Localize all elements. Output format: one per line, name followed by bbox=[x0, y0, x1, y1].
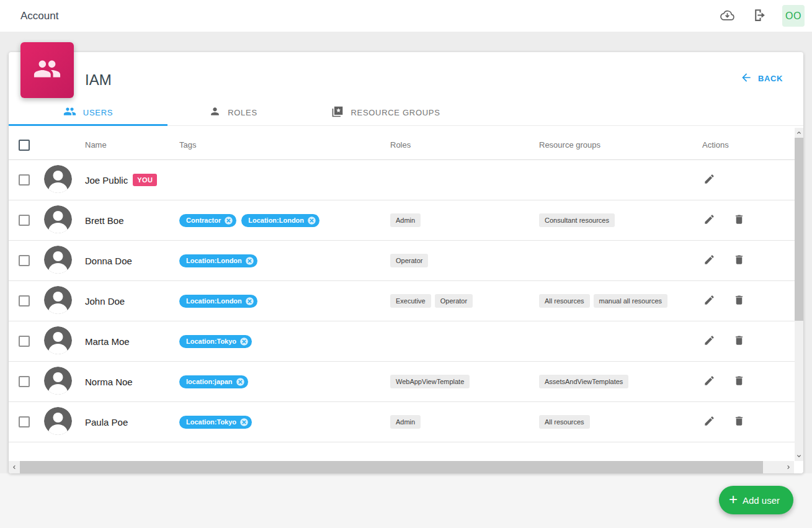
tag-chip: location:japan bbox=[179, 375, 248, 388]
user-avatar bbox=[44, 246, 72, 276]
edit-user-button[interactable] bbox=[702, 173, 716, 187]
role-chip: Admin bbox=[390, 415, 421, 429]
role-chip: Admin bbox=[390, 213, 421, 227]
tab-users[interactable]: USERS bbox=[9, 99, 167, 125]
user-avatar bbox=[44, 326, 72, 357]
trash-icon bbox=[733, 254, 745, 267]
resource-group-chip: All resources bbox=[539, 294, 590, 308]
tag-label: Location:London bbox=[248, 217, 304, 224]
edit-user-button[interactable] bbox=[702, 254, 716, 267]
delete-user-button[interactable] bbox=[732, 294, 746, 308]
user-name: Joe Public bbox=[85, 175, 128, 186]
row-checkbox[interactable] bbox=[19, 215, 30, 226]
pencil-icon bbox=[703, 213, 715, 227]
remove-tag-icon[interactable] bbox=[239, 337, 249, 346]
delete-user-button[interactable] bbox=[732, 213, 746, 227]
remove-tag-icon[interactable] bbox=[239, 418, 249, 427]
resource-group-chip: manual all resources bbox=[594, 294, 668, 308]
tag-label: Location:Tokyo bbox=[186, 418, 236, 426]
panel-title: IAM bbox=[85, 71, 112, 89]
remove-tag-icon[interactable] bbox=[245, 297, 254, 306]
logout-icon bbox=[752, 7, 767, 25]
back-button[interactable]: BACK bbox=[740, 71, 783, 86]
user-avatar bbox=[44, 205, 72, 236]
remove-tag-icon[interactable] bbox=[236, 377, 245, 387]
remove-tag-icon[interactable] bbox=[245, 256, 254, 266]
horizontal-scroll-thumb[interactable] bbox=[20, 461, 763, 473]
user-avatar bbox=[44, 286, 72, 316]
horizontal-scrollbar[interactable] bbox=[9, 461, 794, 473]
tab-roles[interactable]: ROLES bbox=[167, 99, 299, 125]
scroll-right-icon[interactable] bbox=[783, 461, 794, 473]
people-icon bbox=[63, 105, 76, 120]
tag-label: Contractor bbox=[186, 217, 221, 224]
logout-button[interactable] bbox=[750, 7, 769, 25]
table-body: Joe PublicYOUBrett BoeContractorLocation… bbox=[9, 160, 795, 442]
people-icon bbox=[33, 55, 61, 86]
tag-chip: Location:Tokyo bbox=[179, 416, 252, 429]
tag-chip: Location:London bbox=[179, 295, 257, 308]
cloud-download-icon bbox=[719, 7, 736, 25]
edit-user-button[interactable] bbox=[702, 294, 716, 308]
person-icon bbox=[209, 105, 221, 119]
tab-resource-groups-label: RESOURCE GROUPS bbox=[350, 108, 440, 117]
delete-user-button[interactable] bbox=[732, 334, 746, 348]
resource-group-chip: Consultant resources bbox=[539, 213, 615, 227]
users-table: Name Tags Roles Resource groups Actions … bbox=[9, 130, 795, 461]
page-background bbox=[0, 473, 812, 528]
delete-user-button[interactable] bbox=[732, 375, 746, 388]
vertical-scrollbar[interactable] bbox=[795, 128, 803, 461]
remove-tag-icon[interactable] bbox=[307, 216, 316, 225]
table-row: Paula PoeLocation:TokyoAdminAll resource… bbox=[9, 402, 795, 442]
tag-label: Location:London bbox=[186, 297, 242, 305]
scroll-left-icon[interactable] bbox=[9, 461, 20, 473]
column-header-name: Name bbox=[85, 140, 179, 150]
table-row: Marta MoeLocation:Tokyo bbox=[9, 321, 795, 362]
role-chip: Operator bbox=[390, 254, 428, 267]
tag-chip: Contractor bbox=[179, 214, 236, 227]
top-bar: Account OO bbox=[0, 0, 812, 32]
column-header-tags: Tags bbox=[179, 140, 390, 150]
user-avatar bbox=[44, 165, 72, 195]
edit-user-button[interactable] bbox=[702, 375, 716, 388]
active-tab-underline bbox=[9, 124, 167, 126]
edit-user-button[interactable] bbox=[702, 415, 716, 429]
select-all-checkbox[interactable] bbox=[19, 140, 30, 151]
row-checkbox[interactable] bbox=[19, 174, 30, 186]
topbar-actions: OO bbox=[718, 5, 812, 27]
row-checkbox[interactable] bbox=[19, 416, 30, 427]
row-checkbox[interactable] bbox=[19, 376, 30, 387]
tab-bar: USERS ROLES RESOURCE GROUPS bbox=[9, 99, 803, 126]
row-checkbox[interactable] bbox=[19, 336, 30, 347]
edit-user-button[interactable] bbox=[702, 334, 716, 348]
account-avatar[interactable]: OO bbox=[782, 5, 805, 27]
you-badge: YOU bbox=[133, 174, 157, 186]
trash-icon bbox=[733, 334, 745, 348]
scroll-up-icon[interactable] bbox=[795, 128, 803, 138]
trash-icon bbox=[733, 294, 745, 308]
cloud-download-button[interactable] bbox=[718, 7, 736, 25]
remove-tag-icon[interactable] bbox=[224, 216, 233, 225]
row-checkbox[interactable] bbox=[19, 255, 30, 266]
vertical-scroll-thumb[interactable] bbox=[795, 138, 803, 321]
row-checkbox[interactable] bbox=[19, 295, 30, 307]
table-row: Norma Noelocation:japanWebAppViewTemplat… bbox=[9, 362, 795, 402]
tab-resource-groups[interactable]: RESOURCE GROUPS bbox=[299, 99, 473, 125]
delete-user-button[interactable] bbox=[732, 254, 746, 267]
add-user-button[interactable]: + Add user bbox=[719, 486, 793, 514]
plus-icon: + bbox=[729, 492, 738, 507]
table-row: Donna DoeLocation:LondonOperator bbox=[9, 241, 795, 281]
delete-user-button[interactable] bbox=[732, 415, 746, 429]
pencil-icon bbox=[703, 375, 715, 388]
edit-user-button[interactable] bbox=[702, 213, 716, 227]
tag-label: Location:Tokyo bbox=[186, 338, 236, 345]
resource-group-chip: All resources bbox=[539, 415, 590, 429]
page-title: Account bbox=[20, 10, 58, 22]
scroll-down-icon[interactable] bbox=[795, 451, 803, 461]
trash-icon bbox=[733, 375, 745, 388]
add-user-label: Add user bbox=[743, 495, 780, 506]
table-header: Name Tags Roles Resource groups Actions bbox=[9, 130, 795, 160]
pencil-icon bbox=[703, 334, 715, 348]
tab-roles-label: ROLES bbox=[228, 108, 257, 117]
back-label: BACK bbox=[758, 74, 783, 83]
